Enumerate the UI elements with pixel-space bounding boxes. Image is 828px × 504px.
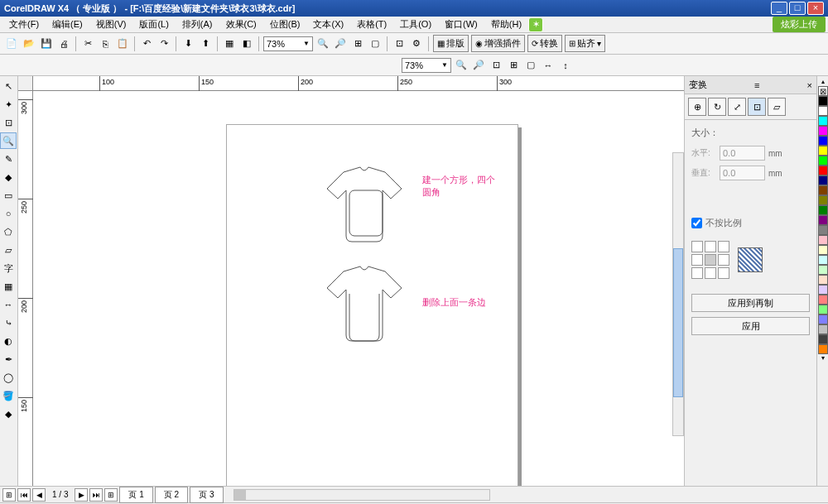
connector-tool[interactable]: ⤷: [0, 314, 17, 331]
add-page-icon[interactable]: ⊞: [2, 488, 16, 502]
export-icon[interactable]: ⬆: [198, 36, 213, 51]
minimize-button[interactable]: _: [771, 2, 787, 15]
color-swatch-19[interactable]: [818, 285, 828, 295]
apply-to-duplicate-button[interactable]: 应用到再制: [691, 294, 810, 312]
anchor-grid[interactable]: [691, 241, 729, 279]
zoom-in-icon[interactable]: 🔍: [315, 36, 330, 51]
zoom-out-icon-2[interactable]: 🔎: [471, 58, 486, 73]
menu-window[interactable]: 窗口(W): [438, 17, 484, 32]
color-swatch-25[interactable]: [818, 344, 828, 354]
menu-arrange[interactable]: 排列(A): [176, 17, 219, 32]
zoom-in-icon-2[interactable]: 🔍: [454, 58, 469, 73]
upload-button[interactable]: 炫彩上传: [773, 17, 826, 32]
menu-table[interactable]: 表格(T): [350, 17, 393, 32]
zoom-level-select-2[interactable]: 73%▼: [402, 58, 451, 73]
color-swatch-21[interactable]: [818, 305, 828, 314]
color-swatch-24[interactable]: [818, 334, 828, 344]
smart-fill-tool[interactable]: ◆: [0, 169, 17, 185]
first-page-button[interactable]: ⏮: [17, 488, 31, 502]
zoom-page-icon-2[interactable]: ▢: [523, 58, 538, 73]
scrollbar-thumb[interactable]: [673, 248, 683, 397]
horizontal-ruler[interactable]: 100 150 200 250 300: [33, 76, 684, 91]
menu-view[interactable]: 视图(V): [89, 17, 133, 32]
interactive-tool[interactable]: ◐: [0, 333, 17, 349]
tshirt-shape-2[interactable]: [323, 265, 406, 348]
canvas-area[interactable]: 100 150 200 250 300 300 250 200 150: [18, 76, 684, 486]
menu-help[interactable]: 帮助(H): [484, 17, 528, 32]
menu-file[interactable]: 文件(F): [2, 17, 46, 32]
color-swatch-0[interactable]: [818, 96, 828, 106]
basic-shapes-tool[interactable]: ▱: [0, 242, 17, 258]
close-button[interactable]: ×: [807, 2, 824, 15]
plugin-button[interactable]: ◉ 增强插件: [471, 35, 525, 52]
menu-bitmap[interactable]: 位图(B): [263, 17, 307, 32]
options-icon[interactable]: ⚙: [409, 36, 424, 51]
zoom-page-icon[interactable]: ▢: [368, 36, 383, 51]
convert-button[interactable]: ⟳ 转换: [527, 35, 562, 52]
zoom-tool[interactable]: 🔍: [0, 132, 17, 149]
print-icon[interactable]: 🖨: [56, 36, 71, 51]
pick-tool[interactable]: ↖: [0, 78, 17, 94]
no-color-swatch[interactable]: ⊠: [818, 86, 828, 96]
position-tab[interactable]: ⊕: [688, 98, 706, 116]
tshirt-shape-1[interactable]: [323, 166, 406, 248]
horizontal-input[interactable]: [720, 146, 765, 161]
app-launcher-icon[interactable]: ▦: [222, 36, 237, 51]
interactive-fill-tool[interactable]: ◆: [0, 406, 17, 422]
color-swatch-13[interactable]: [818, 225, 828, 235]
color-swatch-7[interactable]: [818, 166, 828, 175]
menu-effects[interactable]: 效果(C): [219, 17, 263, 32]
color-swatch-17[interactable]: [818, 265, 828, 275]
prev-page-button[interactable]: ◀: [32, 488, 46, 502]
zoom-out-icon[interactable]: 🔎: [333, 36, 348, 51]
align-button[interactable]: ⊞ 贴齐 ▾: [565, 35, 605, 52]
cut-icon[interactable]: ✂: [80, 36, 95, 51]
color-swatch-23[interactable]: [818, 324, 828, 334]
skew-tab[interactable]: ▱: [768, 98, 786, 116]
paste-icon[interactable]: 📋: [115, 36, 130, 51]
color-swatch-9[interactable]: [818, 185, 828, 195]
palette-scroll-down[interactable]: ▾: [818, 354, 828, 362]
undo-icon[interactable]: ↶: [139, 36, 154, 51]
scale-tab[interactable]: ⤢: [728, 98, 746, 116]
menu-layout[interactable]: 版面(L): [132, 17, 175, 32]
horizontal-scrollbar[interactable]: [233, 489, 490, 501]
color-swatch-4[interactable]: [818, 136, 828, 146]
shape-tool[interactable]: ✦: [0, 96, 17, 113]
zoom-height-icon[interactable]: ↕: [558, 58, 573, 73]
vertical-ruler[interactable]: 300 250 200 150: [18, 91, 33, 486]
color-swatch-2[interactable]: [818, 116, 828, 126]
color-swatch-15[interactable]: [818, 245, 828, 255]
menu-text[interactable]: 文本(X): [306, 17, 350, 32]
color-swatch-3[interactable]: [818, 126, 828, 136]
snap-icon[interactable]: ⊡: [392, 36, 407, 51]
zoom-level-select[interactable]: 73%▼: [263, 36, 313, 51]
page-tab-1[interactable]: 页 1: [119, 487, 152, 503]
menu-tools[interactable]: 工具(O): [393, 17, 438, 32]
color-swatch-10[interactable]: [818, 195, 828, 205]
page-tab-2[interactable]: 页 2: [155, 487, 188, 503]
table-tool[interactable]: ▦: [0, 278, 17, 295]
color-swatch-1[interactable]: [818, 106, 828, 116]
ellipse-tool[interactable]: ○: [0, 205, 17, 222]
color-swatch-5[interactable]: [818, 146, 828, 156]
menu-edit[interactable]: 编辑(E): [46, 17, 89, 32]
redo-icon[interactable]: ↷: [156, 36, 171, 51]
copy-icon[interactable]: ⎘: [98, 36, 113, 51]
color-swatch-11[interactable]: [818, 205, 828, 215]
vertical-scrollbar[interactable]: [672, 152, 684, 436]
paiban-button[interactable]: ▦ 排版: [433, 35, 469, 52]
save-icon[interactable]: 💾: [39, 36, 54, 51]
color-swatch-14[interactable]: [818, 235, 828, 245]
zoom-fit-icon[interactable]: ⊞: [350, 36, 365, 51]
rotate-tab[interactable]: ↻: [708, 98, 726, 116]
eyedropper-tool[interactable]: ✒: [0, 351, 17, 367]
polygon-tool[interactable]: ⬠: [0, 223, 17, 240]
vertical-input[interactable]: [720, 166, 765, 180]
import-icon[interactable]: ⬇: [181, 36, 195, 51]
color-swatch-8[interactable]: [818, 175, 828, 185]
welcome-icon[interactable]: ◧: [239, 36, 254, 51]
non-proportional-checkbox[interactable]: [691, 218, 702, 228]
zoom-all-icon[interactable]: ⊞: [506, 58, 521, 73]
cloud-icon[interactable]: ✶: [528, 17, 543, 32]
